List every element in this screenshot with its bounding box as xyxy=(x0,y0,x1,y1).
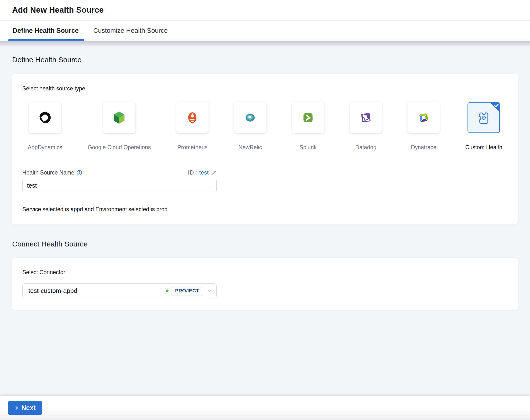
service-environment-note: Service selected is appd and Environment… xyxy=(22,206,508,213)
source-item-appdynamics: AppDynamics xyxy=(28,102,62,151)
info-icon[interactable] xyxy=(77,170,82,175)
datadog-logo-icon xyxy=(358,110,374,125)
select-connector-label: Select Connector xyxy=(22,269,508,276)
define-section-heading: Define Health Source xyxy=(12,56,518,64)
health-source-type-row: AppDynamics Google Cloud Operations xyxy=(22,101,508,151)
add-health-source-dialog: Add New Health Source Define Health Sour… xyxy=(0,0,530,420)
source-card-datadog[interactable] xyxy=(350,102,382,133)
define-card: Select health source type AppDynamics xyxy=(12,74,518,224)
splunk-logo-icon xyxy=(300,110,316,125)
tab-bar: Define Health Source Customize Health So… xyxy=(0,21,530,41)
custom-health-logo-icon xyxy=(476,110,492,125)
health-source-name-label: Health Source Name xyxy=(22,169,82,176)
connector-status-dot xyxy=(166,290,168,292)
health-source-name-input[interactable] xyxy=(22,179,217,192)
source-item-splunk: Splunk xyxy=(292,102,324,151)
edit-pencil-icon[interactable] xyxy=(211,170,217,175)
name-field-header-row: Health Source Name ID : test xyxy=(22,169,217,176)
content-area: Define Health Source Select health sourc… xyxy=(0,41,530,396)
source-label: Dynatrace xyxy=(411,144,436,151)
id-prefix-label: ID : xyxy=(188,169,197,176)
source-card-splunk[interactable] xyxy=(292,102,324,133)
connector-scope-badge: PROJECT xyxy=(171,286,203,296)
source-item-custom-health: Custom Health xyxy=(465,102,502,151)
source-label: Splunk xyxy=(299,144,317,151)
next-button[interactable]: Next xyxy=(8,401,42,415)
source-card-dynatrace[interactable] xyxy=(408,102,440,133)
source-label: Datadog xyxy=(355,144,376,151)
source-card-google-cloud-operations[interactable] xyxy=(103,102,135,133)
source-label: NewRelic xyxy=(238,144,262,151)
source-card-appdynamics[interactable] xyxy=(29,102,61,133)
google-cloud-operations-logo-icon xyxy=(111,110,127,125)
source-label: AppDynamics xyxy=(28,144,62,151)
id-value-link[interactable]: test xyxy=(199,169,209,176)
health-source-name-label-text: Health Source Name xyxy=(22,169,74,176)
next-button-label: Next xyxy=(21,404,36,412)
source-card-prometheus[interactable] xyxy=(176,102,209,133)
source-label: Prometheus xyxy=(177,144,207,151)
connector-value: test-custom-appd xyxy=(29,287,166,295)
connect-section-heading: Connect Health Source xyxy=(12,240,518,248)
source-card-custom-health[interactable] xyxy=(468,102,500,133)
source-item-newrelic: NewRelic xyxy=(234,102,266,151)
source-item-google-cloud-operations: Google Cloud Operations xyxy=(88,102,151,151)
page-title: Add New Health Source xyxy=(12,5,518,14)
page-header: Add New Health Source xyxy=(0,0,530,21)
source-item-datadog: Datadog xyxy=(350,102,382,151)
chevron-down-icon[interactable] xyxy=(207,288,213,294)
identifier-row: ID : test xyxy=(188,169,217,176)
source-label: Custom Health xyxy=(465,144,502,151)
tab-customize-health-source[interactable]: Customize Health Source xyxy=(90,21,171,41)
tab-define-health-source[interactable]: Define Health Source xyxy=(10,21,82,41)
prometheus-logo-icon xyxy=(185,110,200,125)
footer-bar: Next xyxy=(0,396,530,420)
source-item-dynatrace: Dynatrace xyxy=(408,102,440,151)
source-item-prometheus: Prometheus xyxy=(176,102,209,151)
connect-card: Select Connector test-custom-appd PROJEC… xyxy=(12,258,518,310)
appdynamics-logo-icon xyxy=(37,110,53,125)
chevron-right-icon xyxy=(14,406,19,410)
source-label: Google Cloud Operations xyxy=(88,144,151,151)
newrelic-logo-icon xyxy=(242,110,258,125)
connector-dropdown[interactable]: test-custom-appd PROJECT xyxy=(22,283,217,298)
source-card-newrelic[interactable] xyxy=(234,102,266,133)
dynatrace-logo-icon xyxy=(416,110,431,125)
selected-check-icon xyxy=(490,102,499,112)
select-type-label: Select health source type xyxy=(22,85,508,92)
